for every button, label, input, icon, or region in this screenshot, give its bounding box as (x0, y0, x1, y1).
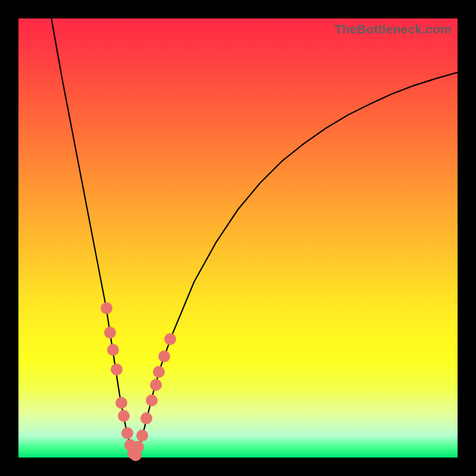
curve-left (51, 18, 134, 455)
marker-dot-right (140, 412, 152, 424)
curve-right (134, 73, 458, 456)
marker-dot-left (118, 410, 130, 422)
marker-dot-left (121, 427, 133, 439)
marker-dot-right (146, 394, 158, 406)
marker-dot-right (153, 366, 165, 378)
marker-dot-left (104, 327, 116, 339)
marker-dot-right (150, 379, 162, 391)
marker-dot-left (101, 302, 112, 314)
marker-dot-left (115, 397, 127, 409)
marker-dot-right (158, 350, 170, 362)
chart-frame: TheBottleneck.com (0, 0, 476, 476)
marker-dot-right (132, 441, 144, 453)
marker-dot-right (164, 333, 176, 345)
curve-layer (18, 18, 458, 458)
marker-dot-left (111, 364, 123, 375)
marker-dot-left (107, 344, 119, 356)
marker-dot-right (136, 430, 148, 441)
plot-area: TheBottleneck.com (18, 18, 458, 458)
